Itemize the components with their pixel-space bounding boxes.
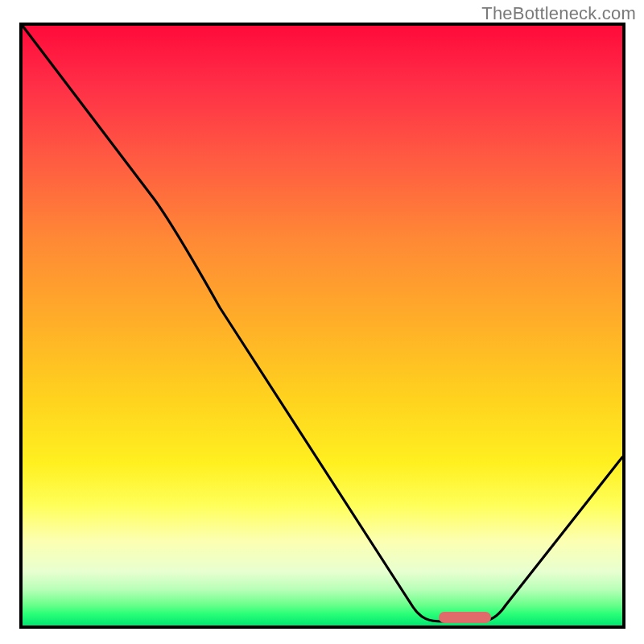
curve-path xyxy=(23,26,622,621)
chart-container: TheBottleneck.com xyxy=(0,0,644,644)
optimal-marker xyxy=(439,612,491,623)
plot-frame xyxy=(19,23,625,629)
bottleneck-curve xyxy=(23,26,622,625)
watermark-text: TheBottleneck.com xyxy=(481,3,636,24)
